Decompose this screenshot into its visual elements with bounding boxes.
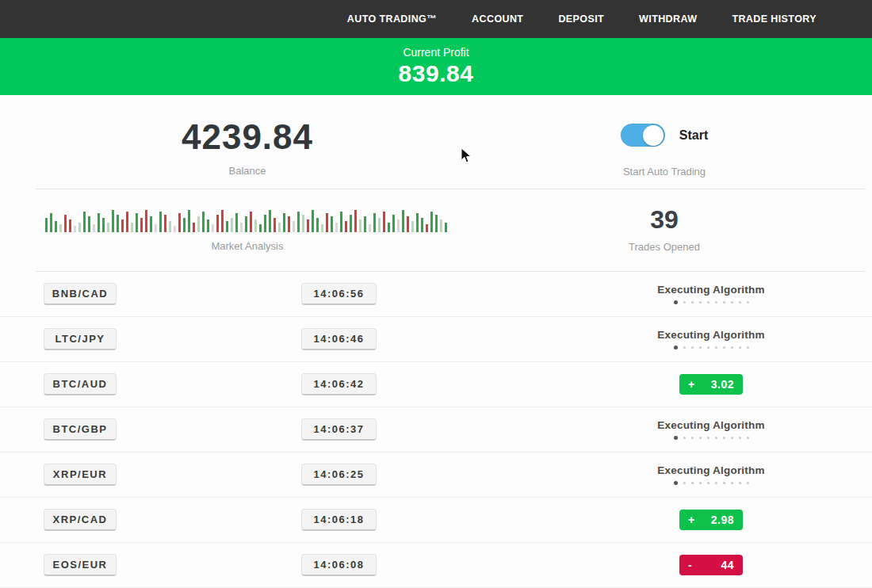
market-bar: [59, 224, 62, 232]
progress-dot: [691, 437, 694, 439]
market-bar: [369, 224, 371, 232]
progress-dot: [739, 482, 741, 484]
progress-dot: [747, 482, 749, 484]
market-bar: [140, 218, 143, 232]
progress-dot: [739, 346, 741, 349]
progress-dots: [674, 481, 749, 485]
market-bar: [278, 223, 281, 232]
progress-dot: [731, 437, 733, 439]
market-bar: [430, 212, 433, 232]
market-bar: [64, 215, 67, 232]
progress-dot: [691, 346, 694, 349]
market-bar: [407, 216, 409, 232]
status-label: Executing Algorithm: [657, 464, 764, 476]
market-bar: [169, 221, 171, 232]
nav-item-deposit[interactable]: DEPOSIT: [558, 13, 604, 25]
market-bar: [112, 210, 114, 232]
trade-time: 14:06:37: [301, 418, 377, 441]
market-bar: [426, 224, 428, 232]
progress-dot: [747, 437, 749, 439]
toggle-knob: [643, 125, 664, 146]
progress-dot: [715, 482, 717, 484]
progress-dot: [723, 482, 725, 484]
market-bar: [331, 216, 333, 232]
market-bar: [440, 220, 442, 232]
market-analysis-block: Market Analysis: [0, 204, 495, 271]
market-bar: [397, 220, 400, 232]
market-bar: [74, 226, 76, 232]
nav-item-trade-history[interactable]: TRADE HISTORY: [732, 13, 817, 25]
table-row: LTC/JPY 14:06:46 Executing Algorithm: [0, 317, 872, 362]
market-bar: [392, 215, 395, 232]
market-bar: [183, 218, 185, 232]
trades-opened-label: Trades Opened: [629, 241, 700, 253]
balance-value: 4239.84: [182, 117, 313, 157]
progress-dot: [731, 482, 733, 484]
balance-label: Balance: [229, 165, 266, 177]
market-section: Market Analysis 39 Trades Opened: [0, 189, 872, 271]
nav-item-withdraw[interactable]: WITHDRAW: [639, 13, 697, 25]
market-bar: [378, 218, 381, 232]
market-bar: [212, 224, 214, 232]
progress-dot: [699, 437, 702, 439]
status-cell: - 44: [628, 543, 794, 587]
market-bar: [293, 221, 295, 232]
auto-trading-toggle[interactable]: [621, 124, 665, 147]
market-analysis-chart: [45, 207, 449, 232]
status-cell: Executing Algorithm: [628, 452, 794, 497]
pair-badge: BTC/AUD: [44, 373, 117, 395]
progress-dot: [723, 301, 725, 304]
progress-dots: [674, 300, 749, 304]
status-executing: Executing Algorithm: [657, 464, 764, 485]
progress-dot: [683, 346, 686, 349]
market-bar: [316, 218, 319, 232]
market-bar: [245, 216, 247, 232]
mouse-cursor: [461, 147, 472, 164]
status-cell: Executing Algorithm: [628, 272, 794, 316]
trade-time: 14:06:46: [301, 328, 377, 350]
progress-dot: [683, 301, 686, 304]
trade-time: 14:06:56: [301, 283, 377, 305]
market-bar: [117, 215, 119, 232]
market-bar: [45, 218, 48, 232]
market-bar: [326, 213, 328, 232]
trades-opened-block: 39 Trades Opened: [495, 204, 834, 271]
result-sign: +: [688, 514, 695, 526]
nav-item-account[interactable]: ACCOUNT: [472, 13, 523, 25]
market-bar: [312, 210, 314, 232]
market-bar: [197, 216, 200, 232]
market-bar: [411, 221, 414, 232]
status-executing: Executing Algorithm: [657, 329, 764, 349]
market-bar: [235, 213, 238, 232]
profit-banner-value: 839.84: [399, 60, 474, 87]
table-row: BTC/GBP 14:06:37 Executing Algorithm: [0, 407, 872, 452]
pair-badge: BTC/GBP: [44, 418, 117, 441]
market-bar: [159, 212, 162, 232]
market-bar: [202, 212, 205, 232]
market-bar: [364, 216, 366, 232]
result-sign: +: [688, 378, 695, 391]
nav-item-auto-trading-[interactable]: AUTO TRADING™: [347, 13, 437, 25]
market-bar: [88, 216, 90, 232]
market-bar: [321, 224, 323, 232]
market-bar: [259, 224, 262, 232]
market-bar: [98, 213, 100, 232]
result-value: 2.98: [711, 514, 734, 526]
status-cell: + 3.02: [628, 362, 794, 407]
auto-trading-page: AUTO TRADING™ACCOUNTDEPOSITWITHDRAWTRADE…: [0, 0, 872, 588]
market-bar: [50, 213, 52, 232]
market-bar: [107, 223, 109, 232]
auto-trading-label: Start Auto Trading: [623, 166, 706, 178]
market-bar: [188, 210, 190, 232]
market-bar: [402, 210, 404, 232]
table-row: BTC/AUD 14:06:42 + 3.02: [0, 362, 872, 407]
progress-dot: [699, 482, 702, 484]
market-bar: [416, 213, 419, 232]
market-bar: [297, 212, 300, 232]
result-badge: + 2.98: [679, 510, 743, 530]
market-bar: [150, 216, 152, 232]
progress-dot: [715, 301, 717, 304]
profit-banner: Current Profit 839.84: [0, 38, 872, 95]
market-bar: [388, 223, 390, 232]
balance-block: 4239.84 Balance: [0, 117, 495, 189]
